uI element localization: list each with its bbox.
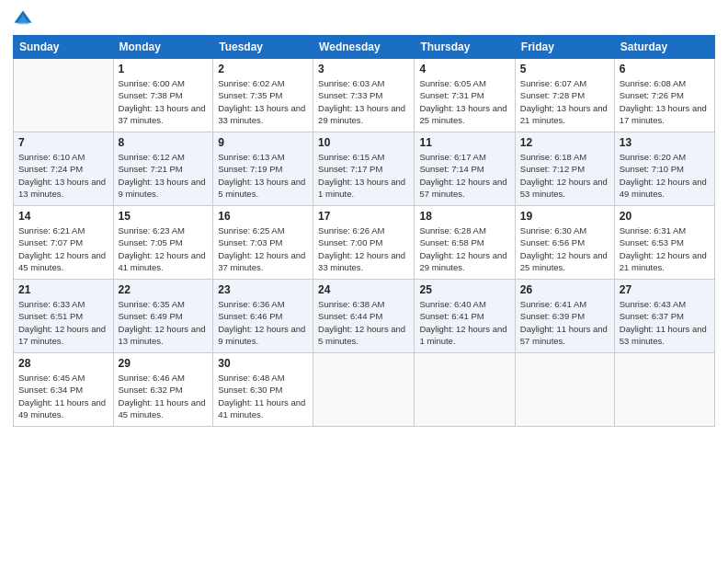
calendar-cell: 6Sunrise: 6:08 AMSunset: 7:26 PMDaylight… bbox=[614, 59, 714, 132]
day-number: 9 bbox=[218, 136, 308, 149]
day-info: Sunrise: 6:28 AMSunset: 6:58 PMDaylight:… bbox=[419, 224, 509, 273]
calendar-cell: 3Sunrise: 6:03 AMSunset: 7:33 PMDaylight… bbox=[313, 59, 415, 132]
calendar-cell: 8Sunrise: 6:12 AMSunset: 7:21 PMDaylight… bbox=[113, 132, 213, 206]
day-info: Sunrise: 6:31 AMSunset: 6:53 PMDaylight:… bbox=[620, 224, 710, 273]
day-number: 3 bbox=[318, 63, 409, 75]
weekday-header: Wednesday bbox=[313, 36, 415, 59]
weekday-header: Thursday bbox=[415, 36, 515, 59]
day-info: Sunrise: 6:08 AMSunset: 7:26 PMDaylight:… bbox=[620, 77, 710, 126]
day-number: 19 bbox=[520, 210, 609, 223]
day-info: Sunrise: 6:41 AMSunset: 6:39 PMDaylight:… bbox=[520, 298, 609, 347]
day-info: Sunrise: 6:10 AMSunset: 7:24 PMDaylight:… bbox=[18, 151, 108, 200]
weekday-header: Monday bbox=[113, 36, 213, 59]
calendar-cell bbox=[313, 353, 415, 427]
day-info: Sunrise: 6:43 AMSunset: 6:37 PMDaylight:… bbox=[620, 298, 710, 347]
day-number: 22 bbox=[119, 283, 209, 296]
day-info: Sunrise: 6:05 AMSunset: 7:31 PMDaylight:… bbox=[419, 77, 509, 126]
day-number: 26 bbox=[520, 283, 609, 296]
calendar-cell: 9Sunrise: 6:13 AMSunset: 7:19 PMDaylight… bbox=[213, 132, 313, 206]
day-info: Sunrise: 6:26 AMSunset: 7:00 PMDaylight:… bbox=[318, 224, 409, 273]
weekday-header: Sunday bbox=[14, 36, 114, 59]
day-info: Sunrise: 6:48 AMSunset: 6:30 PMDaylight:… bbox=[218, 372, 308, 420]
weekday-header: Saturday bbox=[614, 36, 714, 59]
calendar-week-row: 28Sunrise: 6:45 AMSunset: 6:34 PMDayligh… bbox=[14, 353, 715, 427]
day-info: Sunrise: 6:38 AMSunset: 6:44 PMDaylight:… bbox=[318, 298, 409, 347]
calendar-week-row: 21Sunrise: 6:33 AMSunset: 6:51 PMDayligh… bbox=[14, 280, 715, 353]
day-info: Sunrise: 6:25 AMSunset: 7:03 PMDaylight:… bbox=[218, 224, 308, 273]
day-number: 11 bbox=[419, 136, 509, 149]
calendar: SundayMondayTuesdayWednesdayThursdayFrid… bbox=[13, 35, 715, 427]
day-info: Sunrise: 6:45 AMSunset: 6:34 PMDaylight:… bbox=[18, 372, 108, 420]
calendar-week-row: 1Sunrise: 6:00 AMSunset: 7:38 PMDaylight… bbox=[14, 59, 715, 132]
day-info: Sunrise: 6:15 AMSunset: 7:17 PMDaylight:… bbox=[318, 151, 409, 200]
day-number: 16 bbox=[218, 210, 308, 223]
calendar-cell: 29Sunrise: 6:46 AMSunset: 6:32 PMDayligh… bbox=[113, 353, 213, 427]
day-info: Sunrise: 6:23 AMSunset: 7:05 PMDaylight:… bbox=[119, 224, 209, 273]
calendar-cell: 2Sunrise: 6:02 AMSunset: 7:35 PMDaylight… bbox=[213, 59, 313, 132]
day-number: 8 bbox=[119, 136, 209, 149]
calendar-cell: 27Sunrise: 6:43 AMSunset: 6:37 PMDayligh… bbox=[614, 280, 714, 353]
weekday-header: Tuesday bbox=[213, 36, 313, 59]
calendar-cell: 12Sunrise: 6:18 AMSunset: 7:12 PMDayligh… bbox=[515, 132, 614, 206]
day-info: Sunrise: 6:03 AMSunset: 7:33 PMDaylight:… bbox=[318, 77, 409, 126]
day-info: Sunrise: 6:30 AMSunset: 6:56 PMDaylight:… bbox=[520, 224, 609, 273]
calendar-cell bbox=[614, 353, 714, 427]
calendar-cell: 25Sunrise: 6:40 AMSunset: 6:41 PMDayligh… bbox=[415, 280, 515, 353]
day-info: Sunrise: 6:07 AMSunset: 7:28 PMDaylight:… bbox=[520, 77, 609, 126]
day-info: Sunrise: 6:12 AMSunset: 7:21 PMDaylight:… bbox=[119, 151, 209, 200]
calendar-cell: 5Sunrise: 6:07 AMSunset: 7:28 PMDaylight… bbox=[515, 59, 614, 132]
weekday-header: Friday bbox=[515, 36, 614, 59]
day-number: 25 bbox=[419, 283, 509, 296]
calendar-cell: 20Sunrise: 6:31 AMSunset: 6:53 PMDayligh… bbox=[614, 206, 714, 280]
day-info: Sunrise: 6:36 AMSunset: 6:46 PMDaylight:… bbox=[218, 298, 308, 347]
calendar-cell: 15Sunrise: 6:23 AMSunset: 7:05 PMDayligh… bbox=[113, 206, 213, 280]
calendar-cell: 24Sunrise: 6:38 AMSunset: 6:44 PMDayligh… bbox=[313, 280, 415, 353]
calendar-cell: 13Sunrise: 6:20 AMSunset: 7:10 PMDayligh… bbox=[614, 132, 714, 206]
calendar-cell: 14Sunrise: 6:21 AMSunset: 7:07 PMDayligh… bbox=[14, 206, 114, 280]
day-info: Sunrise: 6:00 AMSunset: 7:38 PMDaylight:… bbox=[119, 77, 209, 126]
day-number: 15 bbox=[119, 210, 209, 223]
day-number: 18 bbox=[419, 210, 509, 223]
day-info: Sunrise: 6:20 AMSunset: 7:10 PMDaylight:… bbox=[620, 151, 710, 200]
day-info: Sunrise: 6:21 AMSunset: 7:07 PMDaylight:… bbox=[18, 224, 108, 273]
day-number: 21 bbox=[18, 283, 108, 296]
calendar-cell: 26Sunrise: 6:41 AMSunset: 6:39 PMDayligh… bbox=[515, 280, 614, 353]
calendar-cell: 16Sunrise: 6:25 AMSunset: 7:03 PMDayligh… bbox=[213, 206, 313, 280]
calendar-cell bbox=[415, 353, 515, 427]
day-number: 13 bbox=[620, 136, 710, 149]
header bbox=[13, 9, 715, 29]
calendar-week-row: 7Sunrise: 6:10 AMSunset: 7:24 PMDaylight… bbox=[14, 132, 715, 206]
day-number: 29 bbox=[119, 357, 209, 370]
day-number: 14 bbox=[18, 210, 108, 223]
calendar-cell: 7Sunrise: 6:10 AMSunset: 7:24 PMDaylight… bbox=[14, 132, 114, 206]
calendar-cell: 23Sunrise: 6:36 AMSunset: 6:46 PMDayligh… bbox=[213, 280, 313, 353]
day-number: 20 bbox=[620, 210, 710, 223]
day-info: Sunrise: 6:33 AMSunset: 6:51 PMDaylight:… bbox=[18, 298, 108, 347]
calendar-week-row: 14Sunrise: 6:21 AMSunset: 7:07 PMDayligh… bbox=[14, 206, 715, 280]
calendar-cell: 1Sunrise: 6:00 AMSunset: 7:38 PMDaylight… bbox=[113, 59, 213, 132]
day-info: Sunrise: 6:17 AMSunset: 7:14 PMDaylight:… bbox=[419, 151, 509, 200]
calendar-cell: 18Sunrise: 6:28 AMSunset: 6:58 PMDayligh… bbox=[415, 206, 515, 280]
day-number: 1 bbox=[119, 63, 209, 75]
day-info: Sunrise: 6:40 AMSunset: 6:41 PMDaylight:… bbox=[419, 298, 509, 347]
calendar-cell: 11Sunrise: 6:17 AMSunset: 7:14 PMDayligh… bbox=[415, 132, 515, 206]
calendar-cell: 4Sunrise: 6:05 AMSunset: 7:31 PMDaylight… bbox=[415, 59, 515, 132]
calendar-cell: 28Sunrise: 6:45 AMSunset: 6:34 PMDayligh… bbox=[14, 353, 114, 427]
day-number: 27 bbox=[620, 283, 710, 296]
calendar-cell: 30Sunrise: 6:48 AMSunset: 6:30 PMDayligh… bbox=[213, 353, 313, 427]
day-info: Sunrise: 6:02 AMSunset: 7:35 PMDaylight:… bbox=[218, 77, 308, 126]
day-number: 23 bbox=[218, 283, 308, 296]
logo bbox=[13, 9, 37, 29]
day-number: 28 bbox=[18, 357, 108, 370]
calendar-cell: 17Sunrise: 6:26 AMSunset: 7:00 PMDayligh… bbox=[313, 206, 415, 280]
day-info: Sunrise: 6:35 AMSunset: 6:49 PMDaylight:… bbox=[119, 298, 209, 347]
day-info: Sunrise: 6:46 AMSunset: 6:32 PMDaylight:… bbox=[119, 372, 209, 420]
calendar-cell bbox=[14, 59, 114, 132]
day-number: 5 bbox=[520, 63, 609, 75]
day-number: 7 bbox=[18, 136, 108, 149]
day-number: 24 bbox=[318, 283, 409, 296]
day-number: 10 bbox=[318, 136, 409, 149]
day-number: 12 bbox=[520, 136, 609, 149]
calendar-cell: 21Sunrise: 6:33 AMSunset: 6:51 PMDayligh… bbox=[14, 280, 114, 353]
calendar-cell bbox=[515, 353, 614, 427]
